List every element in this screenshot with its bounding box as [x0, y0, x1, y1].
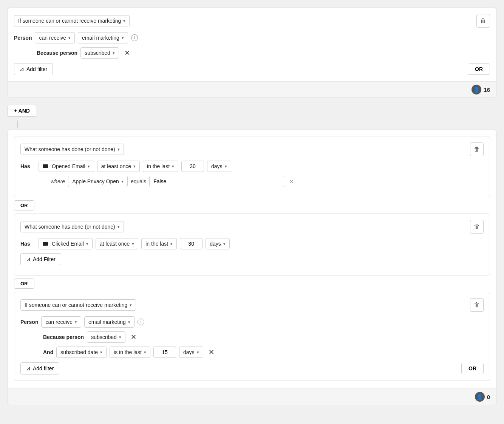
or-separator-button-2[interactable]: OR [14, 279, 34, 289]
chevron-down-icon: ▾ [170, 241, 173, 246]
can-receive-select-4[interactable]: can receive ▾ [41, 316, 81, 328]
filter-type-label-1: If someone can or cannot receive marketi… [18, 18, 121, 24]
chevron-down-icon: ▾ [75, 320, 77, 325]
filter-type-label-2: What someone has done (or not done) [25, 146, 115, 152]
filter-type-select-4[interactable]: If someone can or cannot receive marketi… [20, 299, 136, 311]
chevron-down-icon: ▾ [100, 350, 102, 355]
chevron-down-icon: ▾ [225, 164, 227, 169]
delete-block-3-button[interactable]: 🗑 [470, 220, 484, 234]
frequency-select-3[interactable]: at least once ▾ [96, 238, 138, 249]
days-number-input-2[interactable] [181, 161, 204, 172]
and-label-4: And [43, 349, 53, 355]
chevron-down-icon: ▾ [133, 164, 136, 169]
filter-type-select-2[interactable]: What someone has done (or not done) ▾ [20, 144, 124, 155]
frequency-select-2[interactable]: at least once ▾ [97, 161, 140, 172]
chevron-down-icon: ▾ [144, 350, 146, 355]
add-filter-1-button[interactable]: ⊿ Add filter [14, 63, 53, 75]
can-receive-select-1[interactable]: can receive ▾ [35, 32, 75, 43]
email-icon [43, 164, 48, 168]
remove-because-1-button[interactable]: ✕ [122, 49, 132, 57]
trash-icon: 🗑 [480, 17, 486, 24]
add-filter-3-button[interactable]: ⊿ Add Filter [20, 253, 61, 265]
has-label-2: Has [20, 163, 36, 169]
chevron-down-icon: ▾ [172, 164, 174, 169]
where-label-2: where [51, 178, 65, 184]
chevron-down-icon: ▾ [86, 241, 88, 246]
chevron-down-icon: ▾ [197, 350, 199, 355]
chevron-down-icon: ▾ [223, 241, 226, 246]
equals-value-input-2[interactable] [149, 176, 285, 187]
chevron-down-icon: ▾ [119, 335, 121, 340]
equals-label-2: equals [131, 178, 146, 184]
remove-because-4-button[interactable]: ✕ [128, 333, 139, 341]
email-action-select-3[interactable]: Clicked Email ▾ [39, 238, 93, 249]
person-count-icon-1: 👤 [472, 85, 481, 94]
or-separator-button-1[interactable]: OR [14, 200, 34, 210]
chevron-down-icon: ▾ [121, 179, 124, 184]
chevron-down-icon: ▾ [117, 147, 120, 152]
because-label-1: Because person [37, 50, 77, 56]
chevron-down-icon: ▾ [113, 51, 115, 56]
chevron-down-icon: ▾ [117, 224, 120, 229]
info-icon-4[interactable]: i [138, 319, 144, 325]
days-number-input-4[interactable] [153, 347, 176, 358]
filter-icon-4: ⊿ [26, 365, 31, 371]
trash-icon: 🗑 [474, 223, 480, 230]
filter-type-label-4: If someone can or cannot receive marketi… [25, 302, 127, 308]
has-label-3: Has [20, 241, 36, 247]
or-button-4[interactable]: OR [461, 363, 484, 374]
email-icon-3 [43, 242, 48, 246]
chevron-down-icon: ▾ [128, 320, 130, 325]
chevron-down-icon: ▾ [130, 303, 132, 308]
filter-icon-3: ⊿ [26, 256, 31, 262]
delete-block-4-button[interactable]: 🗑 [470, 298, 484, 312]
time-qualifier-select-3[interactable]: in the last ▾ [141, 238, 177, 249]
chevron-down-icon: ▾ [132, 241, 134, 246]
subscribed-select-4[interactable]: subscribed ▾ [87, 331, 125, 343]
and-button[interactable]: + AND [8, 105, 36, 117]
chevron-down-icon: ▾ [123, 19, 125, 23]
chevron-down-icon: ▾ [122, 36, 124, 40]
person-label-4: Person [20, 319, 38, 325]
filter-type-select-1[interactable]: If someone can or cannot receive marketi… [14, 15, 130, 26]
or-button-1[interactable]: OR [468, 63, 490, 75]
where-field-select-2[interactable]: Apple Privacy Open ▾ [68, 176, 128, 187]
filter-icon: ⊿ [20, 66, 24, 72]
is-in-the-last-select-4[interactable]: is in the last ▾ [110, 347, 150, 358]
add-filter-4-button[interactable]: ⊿ Add filter [20, 362, 59, 374]
delete-block-2-button[interactable]: 🗑 [470, 142, 484, 156]
days-number-input-3[interactable] [180, 238, 203, 249]
email-action-select-2[interactable]: Opened Email ▾ [39, 161, 94, 172]
person-label-1: Person [14, 35, 32, 41]
email-marketing-select-1[interactable]: email marketing ▾ [78, 32, 128, 43]
chevron-down-icon: ▾ [68, 36, 71, 40]
email-marketing-select-4[interactable]: email marketing ▾ [84, 316, 135, 328]
delete-block-1-button[interactable]: 🗑 [476, 14, 490, 28]
subscribed-date-select-4[interactable]: subscribed date ▾ [56, 347, 107, 358]
days-select-3[interactable]: days ▾ [206, 238, 230, 249]
days-select-2[interactable]: days ▾ [207, 161, 231, 172]
remove-and-4-button[interactable]: ✕ [206, 348, 216, 356]
because-label-4: Because person [43, 334, 84, 340]
count-label-4: 0 [487, 394, 490, 400]
time-qualifier-select-2[interactable]: in the last ▾ [143, 161, 178, 172]
trash-icon-4: 🗑 [474, 302, 480, 308]
subscribed-select-1[interactable]: subscribed ▾ [80, 47, 119, 59]
info-icon-1[interactable]: i [131, 34, 138, 41]
trash-icon: 🗑 [474, 146, 480, 153]
chevron-down-icon: ▾ [88, 164, 90, 169]
filter-type-label-3: What someone has done (or not done) [25, 224, 115, 230]
days-select-4[interactable]: days ▾ [179, 347, 203, 358]
person-count-icon-4: 👤 [475, 392, 485, 402]
clear-where-2-button[interactable]: ✕ [288, 177, 295, 186]
count-label-1: 16 [484, 87, 490, 93]
filter-type-select-3[interactable]: What someone has done (or not done) ▾ [20, 221, 124, 232]
